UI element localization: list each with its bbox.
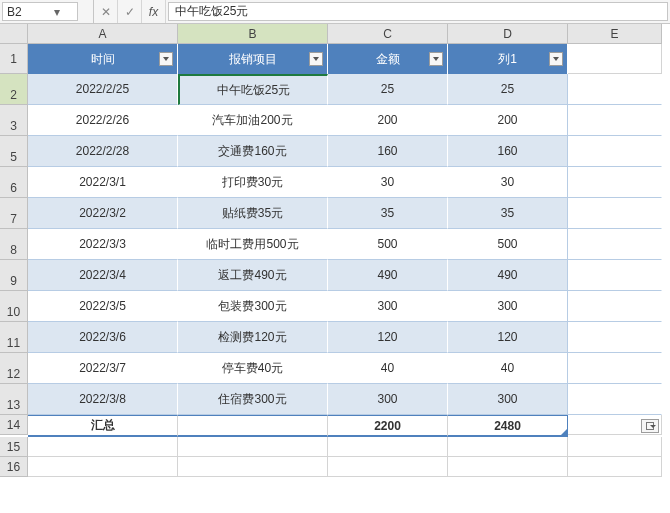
empty-cell[interactable]	[568, 136, 662, 167]
filter-dropdown-icon[interactable]	[309, 52, 323, 66]
row-header-14[interactable]: 14	[0, 415, 28, 435]
cell-5-A[interactable]: 2022/2/28	[28, 136, 178, 167]
empty-cell[interactable]	[568, 167, 662, 198]
cell-13-D[interactable]: 300	[448, 384, 568, 415]
empty-cell[interactable]	[448, 437, 568, 457]
row-header-13[interactable]: 13	[0, 384, 28, 415]
empty-cell[interactable]	[568, 44, 662, 74]
cell-8-B[interactable]: 临时工费用500元	[178, 229, 328, 260]
cell-7-C[interactable]: 35	[328, 198, 448, 229]
cell-6-B[interactable]: 打印费30元	[178, 167, 328, 198]
row-header-9[interactable]: 9	[0, 260, 28, 291]
empty-cell[interactable]	[568, 291, 662, 322]
cell-12-B[interactable]: 停车费40元	[178, 353, 328, 384]
total-amt[interactable]: 2200	[328, 415, 448, 437]
empty-cell[interactable]	[568, 353, 662, 384]
cell-3-D[interactable]: 200	[448, 105, 568, 136]
cell-5-B[interactable]: 交通费160元	[178, 136, 328, 167]
table-header-0[interactable]: 时间	[28, 44, 178, 74]
empty-cell[interactable]	[178, 457, 328, 477]
cell-10-C[interactable]: 300	[328, 291, 448, 322]
empty-cell[interactable]	[568, 198, 662, 229]
cell-8-C[interactable]: 500	[328, 229, 448, 260]
cell-6-A[interactable]: 2022/3/1	[28, 167, 178, 198]
filter-dropdown-icon[interactable]	[159, 52, 173, 66]
cell-10-D[interactable]: 300	[448, 291, 568, 322]
row-header-16[interactable]: 16	[0, 457, 28, 477]
cell-2-C[interactable]: 25	[328, 74, 448, 105]
cell-5-C[interactable]: 160	[328, 136, 448, 167]
empty-cell[interactable]	[178, 437, 328, 457]
row-header-10[interactable]: 10	[0, 291, 28, 322]
cancel-button[interactable]: ✕	[94, 0, 118, 23]
formula-input[interactable]: 中午吃饭25元	[168, 2, 668, 21]
confirm-button[interactable]: ✓	[118, 0, 142, 23]
table-resize-handle[interactable]	[561, 429, 567, 435]
cell-9-D[interactable]: 490	[448, 260, 568, 291]
cell-9-C[interactable]: 490	[328, 260, 448, 291]
cell-3-C[interactable]: 200	[328, 105, 448, 136]
cell-7-D[interactable]: 35	[448, 198, 568, 229]
row-header-15[interactable]: 15	[0, 437, 28, 457]
col-header-A[interactable]: A	[28, 24, 178, 44]
cell-10-B[interactable]: 包装费300元	[178, 291, 328, 322]
cell-7-A[interactable]: 2022/3/2	[28, 198, 178, 229]
cell-3-A[interactable]: 2022/2/26	[28, 105, 178, 136]
cell-2-B[interactable]: 中午吃饭25元	[178, 74, 328, 105]
spreadsheet-grid[interactable]: ABCDE1时间报销项目金额列122022/2/25中午吃饭25元2525320…	[0, 24, 670, 477]
cell-13-B[interactable]: 住宿费300元	[178, 384, 328, 415]
cell-11-C[interactable]: 120	[328, 322, 448, 353]
row-header-5[interactable]: 5	[0, 136, 28, 167]
cell-12-C[interactable]: 40	[328, 353, 448, 384]
empty-cell[interactable]	[568, 229, 662, 260]
total-col1[interactable]: 2480	[448, 415, 568, 437]
row-header-7[interactable]: 7	[0, 198, 28, 229]
cell-10-A[interactable]: 2022/3/5	[28, 291, 178, 322]
empty-cell[interactable]	[448, 457, 568, 477]
cell-12-D[interactable]: 40	[448, 353, 568, 384]
cell-7-B[interactable]: 贴纸费35元	[178, 198, 328, 229]
cell-2-A[interactable]: 2022/2/25	[28, 74, 178, 105]
row-header-8[interactable]: 8	[0, 229, 28, 260]
empty-cell[interactable]	[28, 437, 178, 457]
table-header-3[interactable]: 列1	[448, 44, 568, 74]
table-header-1[interactable]: 报销项目	[178, 44, 328, 74]
col-header-E[interactable]: E	[568, 24, 662, 44]
cell-6-C[interactable]: 30	[328, 167, 448, 198]
col-header-C[interactable]: C	[328, 24, 448, 44]
autofill-options-icon[interactable]	[641, 419, 659, 433]
cell-13-A[interactable]: 2022/3/8	[28, 384, 178, 415]
cell-12-A[interactable]: 2022/3/7	[28, 353, 178, 384]
row-header-6[interactable]: 6	[0, 167, 28, 198]
cell-6-D[interactable]: 30	[448, 167, 568, 198]
row-header-2[interactable]: 2	[0, 74, 28, 105]
cell-9-A[interactable]: 2022/3/4	[28, 260, 178, 291]
total-blank[interactable]	[178, 415, 328, 437]
cell-2-D[interactable]: 25	[448, 74, 568, 105]
row-header-3[interactable]: 3	[0, 105, 28, 136]
cell-3-B[interactable]: 汽车加油200元	[178, 105, 328, 136]
total-label-cell[interactable]: 汇总	[28, 415, 178, 437]
cell-9-B[interactable]: 返工费490元	[178, 260, 328, 291]
cell-8-A[interactable]: 2022/3/3	[28, 229, 178, 260]
row-header-11[interactable]: 11	[0, 322, 28, 353]
empty-cell[interactable]	[568, 457, 662, 477]
col-header-D[interactable]: D	[448, 24, 568, 44]
empty-cell[interactable]	[568, 384, 662, 415]
empty-cell[interactable]	[568, 415, 662, 435]
cell-11-D[interactable]: 120	[448, 322, 568, 353]
empty-cell[interactable]	[568, 260, 662, 291]
cell-11-A[interactable]: 2022/3/6	[28, 322, 178, 353]
cell-13-C[interactable]: 300	[328, 384, 448, 415]
filter-dropdown-icon[interactable]	[549, 52, 563, 66]
empty-cell[interactable]	[568, 322, 662, 353]
fx-icon[interactable]: fx	[142, 0, 166, 23]
cell-11-B[interactable]: 检测费120元	[178, 322, 328, 353]
col-header-B[interactable]: B	[178, 24, 328, 44]
cell-8-D[interactable]: 500	[448, 229, 568, 260]
name-box-dropdown-icon[interactable]: ▾	[40, 5, 73, 19]
empty-cell[interactable]	[328, 457, 448, 477]
cell-5-D[interactable]: 160	[448, 136, 568, 167]
empty-cell[interactable]	[328, 437, 448, 457]
table-header-2[interactable]: 金额	[328, 44, 448, 74]
